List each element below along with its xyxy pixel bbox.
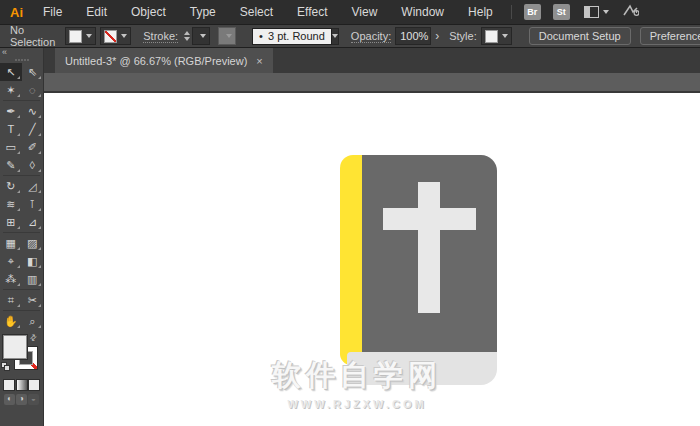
lasso-tool-icon: ◌ xyxy=(29,84,36,96)
default-fill-stroke-icon[interactable] xyxy=(1,362,11,372)
chevron-down-icon[interactable] xyxy=(603,10,609,14)
lasso-tool[interactable]: ◌ xyxy=(22,81,44,99)
type-tool[interactable]: T xyxy=(0,120,22,138)
menu-object[interactable]: Object xyxy=(119,0,178,24)
color-mode-button[interactable] xyxy=(3,379,15,391)
stroke-weight-stepper[interactable] xyxy=(184,31,190,41)
document-setup-button[interactable]: Document Setup xyxy=(529,27,631,45)
menu-effect[interactable]: Effect xyxy=(285,0,339,24)
menu-edit[interactable]: Edit xyxy=(74,0,119,24)
stroke-weight-dropdown[interactable] xyxy=(192,27,210,45)
eraser-tool[interactable]: ◊ xyxy=(22,156,44,174)
gradient-mode-button[interactable] xyxy=(16,379,28,391)
workspace-switcher-icon[interactable] xyxy=(584,6,599,18)
draw-behind-button[interactable]: ◑ xyxy=(16,394,27,405)
menu-type[interactable]: Type xyxy=(178,0,228,24)
cc-sync-icon[interactable] xyxy=(623,4,639,20)
eyedropper-tool[interactable]: ⌖ xyxy=(0,252,22,270)
rotate-tool[interactable]: ↻ xyxy=(0,177,22,195)
tools-separator xyxy=(3,232,40,233)
tool-row: ↻ ◿ xyxy=(0,177,43,195)
brush-definition-value: 3 pt. Round xyxy=(268,30,325,42)
fill-proxy-swatch[interactable] xyxy=(3,335,27,359)
slice-tool[interactable]: ✂ xyxy=(22,291,44,309)
pencil-tool[interactable]: ✎ xyxy=(0,156,22,174)
cross-vertical-shape[interactable] xyxy=(418,182,440,313)
opacity-label[interactable]: Opacity: xyxy=(351,30,391,43)
tools-panel: « ↖ ⇖ ✶ ◌ ✒ ∿ T ╱ ▭ ✐ ✎ ◊ ↻ ◿ xyxy=(0,48,44,426)
selection-tool[interactable]: ↖ xyxy=(0,63,22,81)
stock-button[interactable]: St xyxy=(553,4,570,20)
none-mode-button[interactable] xyxy=(28,379,40,391)
chevron-down-icon xyxy=(86,34,92,38)
opacity-input[interactable]: 100% xyxy=(395,27,431,45)
style-label: Style: xyxy=(449,30,477,42)
menu-select[interactable]: Select xyxy=(228,0,285,24)
canvas-area[interactable]: 软件自学网 WWW.RJZXW.COM xyxy=(44,73,700,426)
gradient-tool[interactable]: ▨ xyxy=(22,234,44,252)
bridge-button[interactable]: Br xyxy=(524,4,541,20)
rectangle-tool[interactable]: ▭ xyxy=(0,138,22,156)
curvature-tool-icon: ∿ xyxy=(28,105,37,118)
hand-tool[interactable]: ✋ xyxy=(0,312,22,330)
preferences-button[interactable]: Preferences xyxy=(640,27,700,45)
paintbrush-tool[interactable]: ✐ xyxy=(22,138,44,156)
scale-tool[interactable]: ◿ xyxy=(22,177,44,195)
symbol-sprayer-tool[interactable]: ⁂ xyxy=(0,270,22,288)
shape-builder-tool-icon: ⊞ xyxy=(6,216,15,229)
tool-row: ≋ ⊺ xyxy=(0,195,43,213)
tool-row: ✶ ◌ xyxy=(0,81,43,99)
swap-fill-stroke-icon[interactable]: ⇄ xyxy=(28,332,39,343)
perspective-grid-tool[interactable]: ⊿ xyxy=(22,213,44,231)
mesh-tool[interactable]: ▦ xyxy=(0,234,22,252)
tool-row: ⁂ ▥ xyxy=(0,270,43,288)
pen-tool[interactable]: ✒ xyxy=(0,102,22,120)
line-segment-tool[interactable]: ╱ xyxy=(22,120,44,138)
style-dropdown[interactable] xyxy=(481,27,512,45)
mesh-tool-icon: ▦ xyxy=(6,237,16,250)
menu-help[interactable]: Help xyxy=(456,0,505,24)
tools-separator xyxy=(3,175,40,176)
column-graph-tool[interactable]: ▥ xyxy=(22,270,44,288)
opacity-expand-button[interactable]: › xyxy=(435,29,439,43)
direct-selection-tool[interactable]: ⇖ xyxy=(22,63,44,81)
brush-definition-chevron[interactable] xyxy=(332,28,339,45)
stepper-up-icon[interactable] xyxy=(184,31,190,35)
menu-view[interactable]: View xyxy=(340,0,390,24)
eraser-tool-icon: ◊ xyxy=(30,159,35,171)
blend-tool[interactable]: ◧ xyxy=(22,252,44,270)
brush-definition-dropdown[interactable]: • 3 pt. Round xyxy=(252,28,332,45)
fill-stroke-cluster: ⇄ xyxy=(0,333,43,377)
menu-file[interactable]: File xyxy=(31,0,74,24)
stepper-down-icon[interactable] xyxy=(184,37,190,41)
chevron-down-icon xyxy=(332,34,338,38)
shape-builder-tool[interactable]: ⊞ xyxy=(0,213,22,231)
draw-normal-button[interactable]: ◐ xyxy=(4,394,15,405)
tool-row: ✋ ⌕ xyxy=(0,312,43,330)
line-segment-tool-icon: ╱ xyxy=(29,123,36,136)
stroke-color-dropdown[interactable] xyxy=(100,27,131,45)
stroke-weight-label[interactable]: Stroke: xyxy=(143,30,178,43)
document-tab[interactable]: Untitled-3* @ 66.67% (RGB/Preview) × xyxy=(55,48,273,73)
book-spine-shape[interactable] xyxy=(340,155,362,365)
tool-row: ▦ ▨ xyxy=(0,234,43,252)
fill-color-dropdown[interactable] xyxy=(65,27,96,45)
artboard-tool-icon: ⌗ xyxy=(8,294,14,307)
menu-bar-separator xyxy=(511,5,512,19)
curvature-tool[interactable]: ∿ xyxy=(22,102,44,120)
chevron-down-icon xyxy=(200,34,206,38)
cross-horizontal-shape[interactable] xyxy=(383,208,476,230)
collapse-tools-icon[interactable]: « xyxy=(0,48,43,57)
magic-wand-tool[interactable]: ✶ xyxy=(0,81,22,99)
artboard-tool[interactable]: ⌗ xyxy=(0,291,22,309)
eyedropper-tool-icon: ⌖ xyxy=(8,255,14,268)
puppet-warp-tool[interactable]: ⊺ xyxy=(22,195,44,213)
zoom-tool[interactable]: ⌕ xyxy=(22,312,44,330)
column-graph-tool-icon: ▥ xyxy=(27,273,37,286)
stroke-none-swatch xyxy=(104,30,117,43)
close-tab-icon[interactable]: × xyxy=(256,55,262,67)
rectangle-tool-icon: ▭ xyxy=(6,141,16,154)
selection-tool-icon: ↖ xyxy=(6,66,15,79)
width-tool[interactable]: ≋ xyxy=(0,195,22,213)
menu-window[interactable]: Window xyxy=(389,0,456,24)
